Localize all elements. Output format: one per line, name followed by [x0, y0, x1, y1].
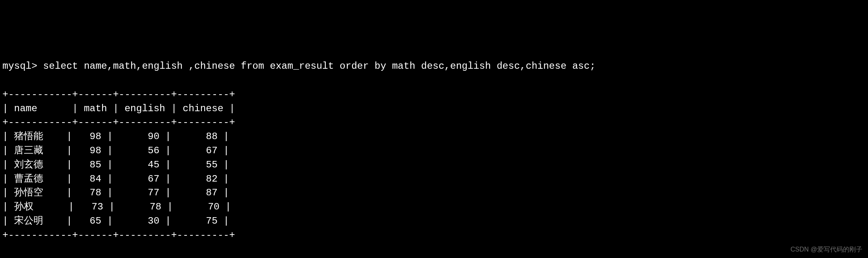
sql-query: select name,math,english ,chinese from e… — [43, 61, 595, 72]
table-row: +-----------+------+---------+---------+ — [2, 116, 866, 130]
table-row: | name | math | english | chinese | — [2, 102, 866, 116]
table-row: | 猪悟能 | 98 | 90 | 88 | — [2, 130, 866, 144]
table-row: | 孙悟空 | 78 | 77 | 87 | — [2, 186, 866, 200]
table-row: | 曹孟德 | 84 | 67 | 82 | — [2, 172, 866, 186]
query-footer: 7 rows in set (0.00 sec) — [2, 256, 866, 258]
table-row: | 唐三藏 | 98 | 56 | 67 | — [2, 144, 866, 158]
sql-command-line: mysql> select name,math,english ,chinese… — [2, 59, 866, 74]
table-row: +-----------+------+---------+---------+ — [2, 228, 866, 243]
watermark-text: CSDN @爱写代码的刚子 — [790, 245, 862, 254]
table-row: | 宋公明 | 65 | 30 | 75 | — [2, 214, 866, 228]
mysql-prompt: mysql> — [2, 61, 43, 72]
table-row: | 刘玄德 | 85 | 45 | 55 | — [2, 158, 866, 172]
table-row: | 孙权 | 73 | 78 | 70 | — [2, 200, 866, 214]
query-result-table: +-----------+------+---------+---------+… — [2, 88, 866, 243]
table-row: +-----------+------+---------+---------+ — [2, 88, 866, 102]
